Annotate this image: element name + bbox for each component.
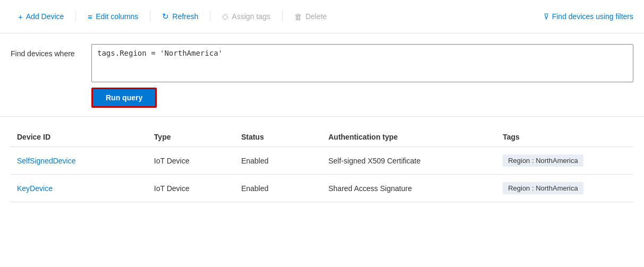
device-table: Device ID Type Status Authentication typ… — [11, 127, 633, 202]
assign-tags-button[interactable]: ◇ Assign tags — [215, 7, 277, 25]
auth-type-cell-2: Shared Access Signature — [322, 175, 496, 202]
filter-icon: ⊽ — [544, 12, 549, 21]
col-header-device-id: Device ID — [11, 127, 148, 147]
device-link-2[interactable]: KeyDevice — [17, 184, 53, 193]
toolbar-divider-3 — [210, 11, 210, 22]
toolbar-left: + Add Device ≡ Edit columns ↻ Refresh ◇ … — [11, 7, 544, 25]
assign-tags-icon: ◇ — [222, 12, 228, 21]
table-body: SelfSignedDevice IoT Device Enabled Self… — [11, 147, 633, 202]
col-header-tags: Tags — [496, 127, 633, 147]
toolbar-divider-1 — [75, 11, 76, 22]
tags-cell-2: Region : NorthAmerica — [496, 175, 633, 202]
table-row: KeyDevice IoT Device Enabled Shared Acce… — [11, 175, 633, 202]
tag-badge-1: Region : NorthAmerica — [503, 154, 583, 167]
status-cell-2: Enabled — [235, 175, 322, 202]
table-section: Device ID Type Status Authentication typ… — [0, 117, 644, 202]
tag-badge-2: Region : NorthAmerica — [503, 182, 583, 194]
edit-columns-button[interactable]: ≡ Edit columns — [80, 8, 146, 25]
col-header-type: Type — [148, 127, 235, 147]
add-icon: + — [18, 12, 23, 21]
refresh-button[interactable]: ↻ Refresh — [155, 7, 206, 25]
refresh-label: Refresh — [172, 12, 198, 21]
device-link-1[interactable]: SelfSignedDevice — [17, 157, 76, 165]
query-label: Find devices where — [11, 44, 85, 58]
query-section: Find devices where tags.Region = 'NorthA… — [0, 33, 644, 117]
type-cell-1: IoT Device — [148, 147, 235, 175]
add-device-button[interactable]: + Add Device — [11, 8, 71, 25]
status-cell-1: Enabled — [235, 147, 322, 175]
refresh-icon: ↻ — [162, 12, 169, 21]
col-header-status: Status — [235, 127, 322, 147]
tags-cell-1: Region : NorthAmerica — [496, 147, 633, 175]
edit-columns-label: Edit columns — [96, 12, 138, 21]
delete-icon: 🗑 — [294, 12, 302, 21]
delete-button[interactable]: 🗑 Delete — [287, 8, 334, 25]
assign-tags-label: Assign tags — [232, 12, 270, 21]
type-cell-2: IoT Device — [148, 175, 235, 202]
add-device-label: Add Device — [26, 12, 64, 21]
run-query-button[interactable]: Run query — [91, 88, 157, 108]
find-devices-label: Find devices using filters — [552, 12, 633, 21]
query-input[interactable]: tags.Region = 'NorthAmerica' — [91, 44, 633, 82]
table-row: SelfSignedDevice IoT Device Enabled Self… — [11, 147, 633, 175]
device-id-cell-1: SelfSignedDevice — [11, 147, 148, 175]
table-header: Device ID Type Status Authentication typ… — [11, 127, 633, 147]
auth-type-cell-1: Self-signed X509 Certificate — [322, 147, 496, 175]
toolbar-divider-2 — [150, 11, 150, 22]
delete-label: Delete — [306, 12, 327, 21]
find-devices-filter-button[interactable]: ⊽ Find devices using filters — [544, 12, 633, 21]
query-right: tags.Region = 'NorthAmerica' Run query — [91, 44, 633, 108]
edit-columns-icon: ≡ — [88, 12, 92, 21]
toolbar-divider-4 — [282, 11, 283, 22]
toolbar: + Add Device ≡ Edit columns ↻ Refresh ◇ … — [0, 0, 644, 33]
col-header-auth-type: Authentication type — [322, 127, 496, 147]
device-id-cell-2: KeyDevice — [11, 175, 148, 202]
